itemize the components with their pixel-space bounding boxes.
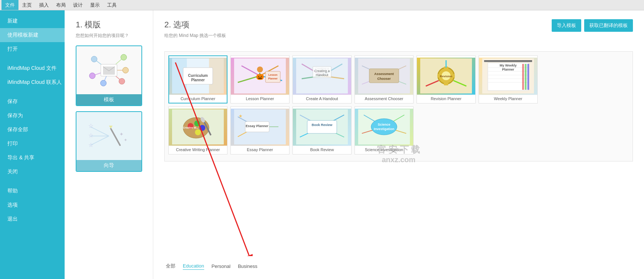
- menu-home[interactable]: 主页: [18, 0, 35, 10]
- template-weekly-planner[interactable]: My Weekly Planner Weekly Planner: [479, 55, 538, 103]
- sidebar-item-save-as[interactable]: 保存为: [0, 109, 65, 123]
- get-translated-button[interactable]: 获取已翻译的模板: [584, 19, 633, 32]
- svg-line-22: [111, 129, 120, 145]
- svg-point-13: [119, 78, 125, 84]
- template-science-investigation[interactable]: Science Investigation Science Investigat…: [354, 106, 414, 154]
- revision-planner-label: Revision Planner: [417, 95, 475, 102]
- creative-writing-image: Creative W...: [169, 109, 227, 146]
- category-business[interactable]: Business: [238, 263, 257, 270]
- svg-text:☆: ☆: [88, 142, 93, 148]
- templates-row-2: Creative W... Creative Writing Planner: [168, 106, 629, 154]
- sidebar-divider-1: [0, 56, 65, 61]
- svg-text:Book Review: Book Review: [312, 123, 333, 127]
- svg-text:✦: ✦: [124, 137, 127, 143]
- svg-text:Creative W...: Creative W...: [183, 126, 198, 129]
- svg-text:Curriculum: Curriculum: [188, 74, 208, 78]
- template-book-review[interactable]: Book Review Book Review: [292, 106, 352, 154]
- create-handout-image: Creating a Handout Creating a Handout: [293, 58, 351, 95]
- svg-point-115: [371, 119, 397, 135]
- svg-rect-108: [307, 120, 337, 133]
- wizard-svg: ☆ ☆ ☆ ✦ ✦: [83, 114, 135, 158]
- book-review-label: Book Review: [293, 146, 351, 153]
- sidebar-item-help[interactable]: 帮助: [0, 184, 65, 198]
- svg-rect-74: [484, 60, 532, 61]
- templates-row-1: Curriculum Planner Curriculum Planner: [168, 55, 629, 103]
- svg-rect-86: [527, 64, 529, 90]
- svg-text:Revision: Revision: [440, 75, 452, 78]
- import-template-button[interactable]: 导入模板: [552, 19, 581, 32]
- curriculum-planner-image: Curriculum Planner: [169, 58, 227, 95]
- template-create-handout[interactable]: Creating a Handout Creating a Handout Cr…: [292, 55, 352, 103]
- menu-file[interactable]: 文件: [1, 0, 18, 10]
- sidebar-item-export-share[interactable]: 导出 & 共享: [0, 151, 65, 165]
- sidebar-item-save[interactable]: 保存: [0, 95, 65, 109]
- menu-insert[interactable]: 插入: [35, 0, 52, 10]
- menu-tools[interactable]: 工具: [103, 0, 120, 10]
- section-1-title: 1. 模版: [76, 19, 144, 30]
- template-card-label: 模板: [76, 94, 141, 105]
- section-2-title: 2. 选项: [164, 19, 226, 30]
- sidebar-item-new-from-template[interactable]: 使用模板新建: [0, 28, 65, 42]
- section-1: 1. 模版 您想如何开始您的项目呢？: [65, 10, 153, 279]
- main-layout: 新建 使用模板新建 打开 iMindMap Cloud 文件 iMindMap …: [0, 10, 644, 279]
- template-card[interactable]: 模板: [76, 45, 142, 106]
- sidebar-item-cloud-contact[interactable]: iMindMap Cloud 联系人: [0, 75, 65, 89]
- sidebar-item-save-all[interactable]: 保存全部: [0, 123, 65, 137]
- svg-text:🎃: 🎃: [256, 72, 264, 81]
- svg-text:My Weekly: My Weekly: [500, 64, 517, 67]
- sidebar-divider-2: [0, 89, 65, 95]
- svg-rect-58: [369, 69, 399, 83]
- menu-design[interactable]: 设计: [69, 0, 86, 10]
- svg-text:Planner: Planner: [191, 78, 205, 82]
- sidebar-item-cloud-file[interactable]: iMindMap Cloud 文件: [0, 61, 65, 75]
- section-2-title-area: 2. 选项 给您的 Mind Map 挑选一个模板: [164, 19, 226, 45]
- section-2-subtitle: 给您的 Mind Map 挑选一个模板: [164, 33, 226, 39]
- sidebar-item-new[interactable]: 新建: [0, 14, 65, 28]
- svg-text:Handout: Handout: [316, 73, 329, 77]
- sidebar-divider-3: [0, 179, 65, 184]
- svg-point-91: [199, 125, 205, 131]
- template-card-image: [76, 46, 141, 94]
- category-personal[interactable]: Personal: [212, 263, 230, 270]
- sidebar-item-open[interactable]: 打开: [0, 42, 65, 56]
- content-area: 1. 模版 您想如何开始您的项目呢？: [65, 10, 644, 279]
- svg-text:☆: ☆: [88, 123, 93, 129]
- svg-rect-85: [525, 64, 527, 90]
- sidebar-item-options[interactable]: 选项: [0, 198, 65, 212]
- svg-rect-84: [522, 64, 524, 90]
- svg-marker-23: [109, 126, 113, 129]
- template-curriculum-planner[interactable]: Curriculum Planner Curriculum Planner: [168, 55, 227, 103]
- svg-text:Planner: Planner: [502, 68, 514, 71]
- svg-text:Lesson: Lesson: [268, 74, 278, 76]
- svg-point-38: [257, 67, 263, 72]
- svg-text:Investigation: Investigation: [374, 127, 394, 131]
- template-creative-writing[interactable]: Creative W... Creative Writing Planner: [168, 106, 227, 154]
- svg-point-10: [91, 56, 97, 62]
- template-lesson-planner[interactable]: 🎃 Lesson Planner Lesson Planner: [230, 55, 290, 103]
- menu-layout[interactable]: 布局: [52, 0, 69, 10]
- sidebar: 新建 使用模板新建 打开 iMindMap Cloud 文件 iMindMap …: [0, 10, 65, 279]
- category-education[interactable]: Education: [183, 263, 204, 270]
- science-investigation-image: Science Investigation: [355, 109, 413, 146]
- science-investigation-label: Science Investigation: [355, 146, 413, 153]
- svg-rect-40: [266, 71, 280, 82]
- wizard-card-label: 向导: [76, 160, 141, 171]
- wizard-card[interactable]: ☆ ☆ ☆ ✦ ✦ 向导: [76, 111, 142, 172]
- template-assessment-chooser[interactable]: Assessment Chooser Assessment Chooser: [354, 55, 414, 103]
- template-essay-planner[interactable]: Essay Planner ★ Essay Planner: [230, 106, 290, 154]
- cp-svg: Curriculum Planner: [172, 58, 224, 93]
- svg-text:★: ★: [239, 113, 243, 119]
- sidebar-item-print[interactable]: 打印: [0, 137, 65, 151]
- menu-display[interactable]: 显示: [86, 0, 103, 10]
- creative-writing-label: Creative Writing Planner: [169, 146, 227, 153]
- lesson-planner-label: Lesson Planner: [231, 95, 289, 102]
- book-review-image: Book Review: [293, 109, 351, 146]
- assessment-chooser-label: Assessment Chooser: [355, 95, 413, 102]
- essay-planner-image: Essay Planner ★: [231, 109, 289, 146]
- sidebar-item-close[interactable]: 关闭: [0, 165, 65, 179]
- template-revision-planner[interactable]: Revision Revision Planner: [417, 55, 476, 103]
- sidebar-item-exit[interactable]: 退出: [0, 212, 65, 226]
- category-all[interactable]: 全部: [166, 263, 175, 270]
- svg-point-15: [89, 73, 95, 79]
- svg-text:☆: ☆: [88, 132, 93, 139]
